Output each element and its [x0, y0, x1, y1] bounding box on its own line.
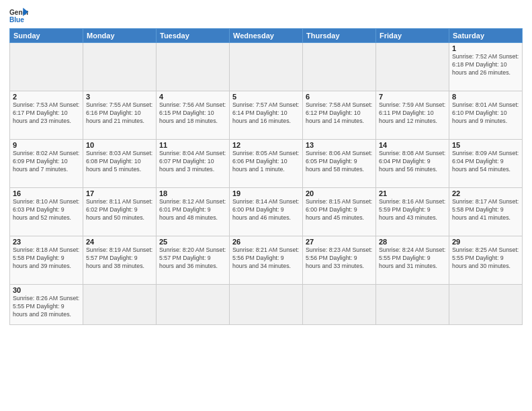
day-number: 30: [13, 286, 80, 294]
day-number: 6: [306, 93, 373, 101]
day-number: 29: [452, 238, 519, 246]
day-info: Sunrise: 8:12 AM Sunset: 6:01 PM Dayligh…: [159, 198, 226, 222]
weekday-header-monday: Monday: [83, 29, 157, 43]
day-info: Sunrise: 8:05 AM Sunset: 6:06 PM Dayligh…: [232, 150, 300, 174]
day-info: Sunrise: 8:16 AM Sunset: 5:59 PM Dayligh…: [379, 198, 446, 222]
day-info: Sunrise: 8:24 AM Sunset: 5:55 PM Dayligh…: [379, 246, 446, 271]
day-number: 13: [306, 141, 373, 149]
calendar-day-cell: [376, 43, 449, 91]
calendar-day-cell: [83, 285, 157, 325]
day-number: 5: [232, 93, 300, 101]
day-info: Sunrise: 8:26 AM Sunset: 5:55 PM Dayligh…: [13, 295, 80, 319]
weekday-header-sunday: Sunday: [10, 29, 83, 43]
calendar-day-cell: 10Sunrise: 8:03 AM Sunset: 6:08 PM Dayli…: [83, 140, 157, 188]
day-number: 28: [379, 238, 446, 246]
weekday-header-thursday: Thursday: [303, 29, 376, 43]
calendar-day-cell: [157, 285, 230, 325]
calendar-day-cell: 12Sunrise: 8:05 AM Sunset: 6:06 PM Dayli…: [230, 140, 303, 188]
day-number: 23: [13, 238, 80, 246]
calendar-day-cell: 8Sunrise: 8:01 AM Sunset: 6:10 PM Daylig…: [449, 91, 523, 140]
calendar-day-cell: [230, 285, 303, 325]
weekday-header-tuesday: Tuesday: [157, 29, 230, 43]
day-info: Sunrise: 7:57 AM Sunset: 6:14 PM Dayligh…: [232, 101, 300, 126]
calendar-week-row: 1Sunrise: 7:52 AM Sunset: 6:18 PM Daylig…: [10, 43, 523, 91]
calendar-week-row: 23Sunrise: 8:18 AM Sunset: 5:58 PM Dayli…: [10, 236, 523, 285]
day-info: Sunrise: 8:18 AM Sunset: 5:58 PM Dayligh…: [13, 246, 80, 271]
calendar-header-row: SundayMondayTuesdayWednesdayThursdayFrid…: [10, 29, 523, 43]
calendar-day-cell: 4Sunrise: 7:56 AM Sunset: 6:15 PM Daylig…: [157, 91, 230, 140]
day-number: 24: [86, 238, 153, 246]
calendar-day-cell: 20Sunrise: 8:15 AM Sunset: 6:00 PM Dayli…: [303, 188, 376, 236]
calendar-day-cell: 24Sunrise: 8:19 AM Sunset: 5:57 PM Dayli…: [83, 236, 157, 285]
calendar-day-cell: 9Sunrise: 8:02 AM Sunset: 6:09 PM Daylig…: [10, 140, 83, 188]
calendar-day-cell: 25Sunrise: 8:20 AM Sunset: 5:57 PM Dayli…: [157, 236, 230, 285]
day-number: 21: [379, 189, 446, 197]
day-info: Sunrise: 8:08 AM Sunset: 6:04 PM Dayligh…: [379, 150, 446, 174]
day-number: 9: [13, 141, 80, 149]
calendar-day-cell: 5Sunrise: 7:57 AM Sunset: 6:14 PM Daylig…: [230, 91, 303, 140]
day-info: Sunrise: 8:01 AM Sunset: 6:10 PM Dayligh…: [452, 101, 519, 126]
day-info: Sunrise: 8:20 AM Sunset: 5:57 PM Dayligh…: [159, 246, 226, 271]
day-info: Sunrise: 8:21 AM Sunset: 5:56 PM Dayligh…: [232, 246, 300, 271]
calendar-day-cell: 6Sunrise: 7:58 AM Sunset: 6:12 PM Daylig…: [303, 91, 376, 140]
calendar-table: SundayMondayTuesdayWednesdayThursdayFrid…: [9, 28, 523, 325]
day-info: Sunrise: 8:09 AM Sunset: 6:04 PM Dayligh…: [452, 150, 519, 174]
day-number: 10: [86, 141, 153, 149]
day-info: Sunrise: 7:59 AM Sunset: 6:11 PM Dayligh…: [379, 101, 446, 126]
calendar-day-cell: 23Sunrise: 8:18 AM Sunset: 5:58 PM Dayli…: [10, 236, 83, 285]
calendar-day-cell: 2Sunrise: 7:53 AM Sunset: 6:17 PM Daylig…: [10, 91, 83, 140]
calendar-week-row: 30Sunrise: 8:26 AM Sunset: 5:55 PM Dayli…: [10, 285, 523, 325]
calendar-day-cell: [83, 43, 157, 91]
generalblue-logo-icon: General Blue: [9, 7, 28, 26]
calendar-day-cell: 29Sunrise: 8:25 AM Sunset: 5:55 PM Dayli…: [449, 236, 523, 285]
day-info: Sunrise: 8:10 AM Sunset: 6:03 PM Dayligh…: [13, 198, 80, 222]
calendar-day-cell: 21Sunrise: 8:16 AM Sunset: 5:59 PM Dayli…: [376, 188, 449, 236]
calendar-day-cell: 13Sunrise: 8:06 AM Sunset: 6:05 PM Dayli…: [303, 140, 376, 188]
day-number: 1: [452, 44, 519, 52]
calendar-day-cell: 3Sunrise: 7:55 AM Sunset: 6:16 PM Daylig…: [83, 91, 157, 140]
calendar-day-cell: 22Sunrise: 8:17 AM Sunset: 5:58 PM Dayli…: [449, 188, 523, 236]
calendar-week-row: 2Sunrise: 7:53 AM Sunset: 6:17 PM Daylig…: [10, 91, 523, 140]
logo: General Blue: [9, 7, 28, 26]
calendar-day-cell: [303, 285, 376, 325]
day-number: 26: [232, 238, 300, 246]
calendar-day-cell: 14Sunrise: 8:08 AM Sunset: 6:04 PM Dayli…: [376, 140, 449, 188]
calendar-day-cell: 28Sunrise: 8:24 AM Sunset: 5:55 PM Dayli…: [376, 236, 449, 285]
svg-text:Blue: Blue: [9, 16, 24, 24]
day-number: 8: [452, 93, 519, 101]
calendar-day-cell: 30Sunrise: 8:26 AM Sunset: 5:55 PM Dayli…: [10, 285, 83, 325]
day-number: 14: [379, 141, 446, 149]
calendar-day-cell: [230, 43, 303, 91]
calendar-week-row: 9Sunrise: 8:02 AM Sunset: 6:09 PM Daylig…: [10, 140, 523, 188]
header: General Blue: [9, 7, 523, 26]
calendar-day-cell: [303, 43, 376, 91]
day-number: 4: [159, 93, 226, 101]
day-number: 11: [159, 141, 226, 149]
day-info: Sunrise: 8:06 AM Sunset: 6:05 PM Dayligh…: [306, 150, 373, 174]
day-number: 25: [159, 238, 226, 246]
day-info: Sunrise: 8:19 AM Sunset: 5:57 PM Dayligh…: [86, 246, 153, 271]
day-info: Sunrise: 8:23 AM Sunset: 5:56 PM Dayligh…: [306, 246, 373, 271]
calendar-day-cell: 15Sunrise: 8:09 AM Sunset: 6:04 PM Dayli…: [449, 140, 523, 188]
day-number: 27: [306, 238, 373, 246]
day-info: Sunrise: 7:55 AM Sunset: 6:16 PM Dayligh…: [86, 101, 153, 126]
calendar-day-cell: 27Sunrise: 8:23 AM Sunset: 5:56 PM Dayli…: [303, 236, 376, 285]
calendar-day-cell: 16Sunrise: 8:10 AM Sunset: 6:03 PM Dayli…: [10, 188, 83, 236]
calendar-day-cell: [449, 285, 523, 325]
calendar-day-cell: 26Sunrise: 8:21 AM Sunset: 5:56 PM Dayli…: [230, 236, 303, 285]
weekday-header-saturday: Saturday: [449, 29, 523, 43]
weekday-header-friday: Friday: [376, 29, 449, 43]
day-info: Sunrise: 8:14 AM Sunset: 6:00 PM Dayligh…: [232, 198, 300, 222]
day-info: Sunrise: 7:53 AM Sunset: 6:17 PM Dayligh…: [13, 101, 80, 126]
calendar-day-cell: 11Sunrise: 8:04 AM Sunset: 6:07 PM Dayli…: [157, 140, 230, 188]
day-info: Sunrise: 7:58 AM Sunset: 6:12 PM Dayligh…: [306, 101, 373, 126]
calendar-day-cell: 18Sunrise: 8:12 AM Sunset: 6:01 PM Dayli…: [157, 188, 230, 236]
calendar-day-cell: 17Sunrise: 8:11 AM Sunset: 6:02 PM Dayli…: [83, 188, 157, 236]
page: General Blue SundayMondayTuesdayWednesda…: [0, 0, 532, 411]
calendar-day-cell: 1Sunrise: 7:52 AM Sunset: 6:18 PM Daylig…: [449, 43, 523, 91]
day-info: Sunrise: 8:04 AM Sunset: 6:07 PM Dayligh…: [159, 150, 226, 174]
calendar-day-cell: [157, 43, 230, 91]
day-number: 7: [379, 93, 446, 101]
day-number: 19: [232, 189, 300, 197]
day-info: Sunrise: 7:56 AM Sunset: 6:15 PM Dayligh…: [159, 101, 226, 126]
